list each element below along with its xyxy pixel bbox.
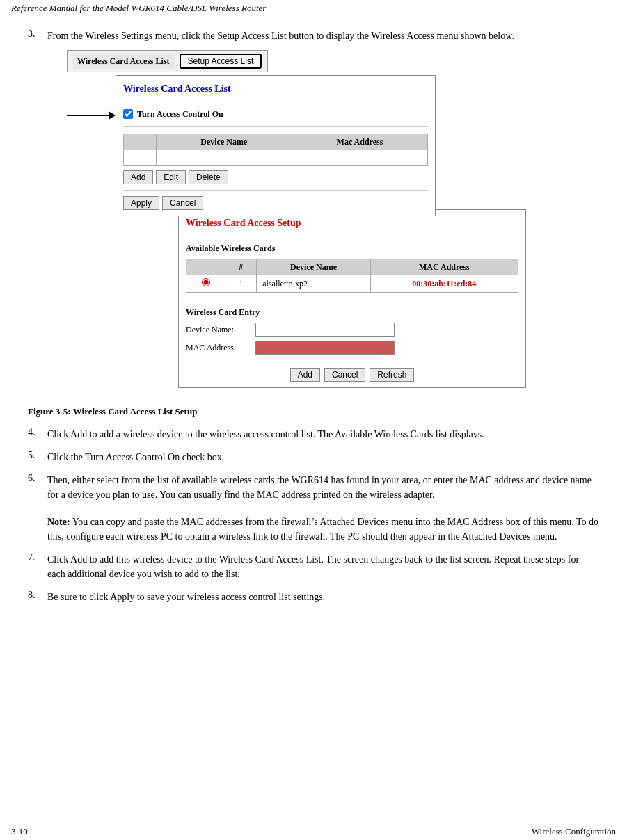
mac-address-input[interactable]: 00:30:ab:11:ed:84: [255, 341, 395, 355]
avail-col-num: #: [225, 259, 257, 275]
step-number-7: 7.: [28, 552, 47, 581]
avail-radio-cell[interactable]: [186, 275, 225, 293]
step-number-8: 8.: [28, 590, 47, 604]
arrow-head: [109, 111, 116, 120]
wcal-body: Turn Access Control On Device Name Mac A…: [116, 102, 435, 216]
turn-access-row: Turn Access Control On: [123, 108, 428, 127]
step-6: 6. Then, either select from the list of …: [28, 473, 599, 502]
header-title: Reference Manual for the Model WGR614 Ca…: [11, 3, 266, 13]
wcal-title: Wireless Card Access List: [116, 76, 435, 102]
wcal-add-button[interactable]: Add: [123, 170, 153, 184]
figure-caption-label: Figure 3-5:: [28, 406, 71, 417]
table-row: 1 alsallette-xp2 00:30:ab:11:ed:84: [186, 275, 518, 293]
step-text-4: Click Add to add a wireless device to th…: [47, 427, 484, 442]
device-name-label: Device Name:: [186, 323, 255, 336]
setup-access-list-button[interactable]: Setup Access List: [180, 54, 262, 69]
avail-mac-cell: 00:30:ab:11:ed:84: [370, 275, 518, 293]
arrow-wcal-wrapper: Wireless Card Access List Turn Access Co…: [67, 75, 526, 216]
ui-mockup-area: Wireless Card Access List Setup Access L…: [67, 50, 526, 388]
col-mac-address: Mac Address: [292, 134, 427, 150]
turn-access-label: Turn Access Control On: [137, 108, 223, 120]
step-7: 7. Click Add to add this wireless device…: [28, 552, 599, 581]
step-text-6: Then, either select from the list of ava…: [47, 473, 599, 502]
step-text-3: From the Wireless Settings menu, click t…: [47, 29, 526, 398]
wcas-body: Available Wireless Cards # Device Name M…: [179, 236, 525, 387]
available-table: # Device Name MAC Address 1: [186, 259, 518, 293]
top-bar-mockup: Wireless Card Access List Setup Access L…: [67, 50, 268, 72]
avail-num-cell: 1: [225, 275, 257, 293]
step-number-3: 3.: [28, 29, 47, 398]
wcas-cancel-button[interactable]: Cancel: [324, 368, 365, 382]
wcas-refresh-button[interactable]: Refresh: [370, 368, 414, 382]
wcas-add-button[interactable]: Add: [290, 368, 320, 382]
avail-row-radio[interactable]: [202, 278, 210, 286]
footer-right: Wireless Configuration: [532, 826, 616, 837]
arrow-line-body: [67, 115, 109, 116]
top-bar-label: Wireless Card Access List: [73, 54, 174, 69]
page-footer: 3-10 Wireless Configuration: [0, 823, 627, 840]
entry-section: Wireless Card Entry Device Name: alsalle…: [186, 300, 518, 355]
col-empty: [124, 134, 157, 150]
figure-caption: Figure 3-5: Wireless Card Access List Se…: [28, 406, 599, 417]
wcal-apply-button[interactable]: Apply: [123, 196, 159, 210]
step-number-6: 6.: [28, 473, 47, 502]
arrow-line: [67, 111, 116, 120]
col-device-name: Device Name: [156, 134, 292, 150]
device-name-input[interactable]: alsallette-xp2: [255, 323, 395, 337]
device-table: Device Name Mac Address: [123, 134, 428, 166]
note-body: You can copy and paste the MAC addresses…: [47, 517, 598, 542]
turn-access-checkbox[interactable]: [123, 109, 133, 119]
wcal-btn-row: Add Edit Delete: [123, 170, 428, 184]
wcal-cancel-button[interactable]: Cancel: [162, 196, 203, 210]
step-8: 8. Be sure to click Apply to save your w…: [28, 590, 599, 604]
step-note: Note: You can copy and paste the MAC add…: [28, 510, 599, 544]
note-bold: Note:: [47, 517, 70, 527]
panels-wrapper: Wireless Card Access List Turn Access Co…: [67, 75, 526, 388]
page-header: Reference Manual for the Model WGR614 Ca…: [0, 0, 627, 17]
footer-left: 3-10: [11, 826, 28, 837]
step-5: 5. Click the Turn Access Control On chec…: [28, 450, 599, 465]
mac-label: MAC Address:: [186, 341, 255, 354]
step-text-7: Click Add to add this wireless device to…: [47, 552, 599, 581]
step-text-8: Be sure to click Apply to save your wire…: [47, 590, 325, 604]
table-row-empty: [124, 150, 428, 166]
wcas-bottom-btn-row: Add Cancel Refresh: [186, 362, 518, 382]
entry-section-label: Wireless Card Entry: [186, 306, 518, 318]
step-3: 3. From the Wireless Settings menu, clic…: [28, 29, 599, 398]
note-text: Note: You can copy and paste the MAC add…: [47, 515, 599, 544]
step-text-5: Click the Turn Access Control On check b…: [47, 450, 224, 465]
step-4: 4. Click Add to add a wireless device to…: [28, 427, 599, 442]
avail-col-radio: [186, 259, 225, 275]
avail-device-name-cell: alsallette-xp2: [257, 275, 371, 293]
wcal-apply-row: Apply Cancel: [123, 190, 428, 210]
avail-col-mac: MAC Address: [370, 259, 518, 275]
step-number-5: 5.: [28, 450, 47, 465]
wcal-panel: Wireless Card Access List Turn Access Co…: [116, 75, 436, 216]
wcas-panel: Wireless Card Access Setup Available Wir…: [178, 209, 526, 388]
wcal-edit-button[interactable]: Edit: [156, 170, 186, 184]
wcal-delete-button[interactable]: Delete: [189, 170, 228, 184]
available-section-label: Available Wireless Cards: [186, 242, 518, 255]
step-number-note: [28, 510, 47, 544]
avail-col-device: Device Name: [257, 259, 371, 275]
step-number-4: 4.: [28, 427, 47, 442]
device-name-row: Device Name: alsallette-xp2: [186, 323, 518, 337]
mac-address-row: MAC Address: 00:30:ab:11:ed:84: [186, 341, 518, 355]
figure-caption-text: Wireless Card Access List Setup: [73, 406, 198, 417]
